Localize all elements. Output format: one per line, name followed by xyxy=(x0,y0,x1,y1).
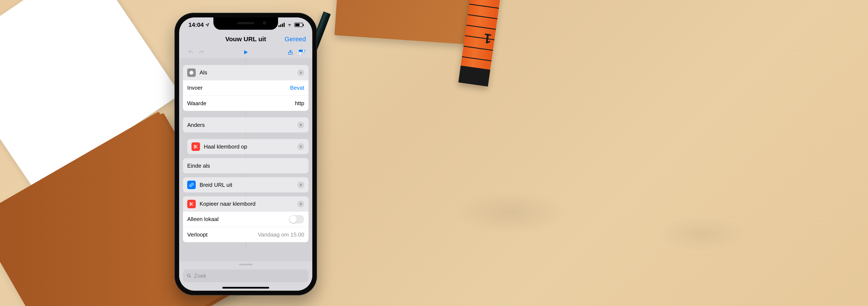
expand-url-title: Breid URL uit xyxy=(199,182,298,188)
settings-toggle-button[interactable] xyxy=(299,49,305,55)
run-button[interactable] xyxy=(243,49,249,55)
link-icon xyxy=(187,181,196,189)
copy-to-clipboard-title: Kopieer naar klembord xyxy=(199,201,298,207)
drag-handle[interactable] xyxy=(179,261,312,268)
expand-url-action-card[interactable]: Breid URL uit xyxy=(183,177,308,193)
status-time: 14:04 xyxy=(188,22,204,28)
svg-point-8 xyxy=(190,202,191,204)
location-icon xyxy=(206,23,209,27)
verloopt-label: Verloopt xyxy=(187,231,258,238)
verloopt-value[interactable]: Vandaag om 15.00 xyxy=(258,231,304,238)
delete-action-button[interactable] xyxy=(298,201,304,207)
get-clipboard-action-card[interactable]: Haal klembord op xyxy=(187,139,308,154)
actions-area[interactable]: Als Invoer Bevat Waarde http Ande xyxy=(179,59,312,261)
wifi-icon xyxy=(287,23,292,27)
waarde-label: Waarde xyxy=(187,100,295,107)
delete-action-button[interactable] xyxy=(298,181,304,188)
share-button[interactable] xyxy=(288,49,293,56)
alleen-lokaal-toggle[interactable] xyxy=(289,215,304,224)
done-button[interactable]: Gereed xyxy=(285,35,306,43)
if-action-title: Als xyxy=(199,69,298,76)
svg-point-7 xyxy=(194,147,195,148)
if-action-card[interactable]: Als Invoer Bevat Waarde http xyxy=(183,65,308,111)
toolbar xyxy=(179,46,312,59)
bottom-panel: Zoek xyxy=(179,261,312,291)
scissors-icon xyxy=(187,200,196,208)
else-action-title: Anders xyxy=(187,122,298,128)
cell-signal-icon xyxy=(278,23,285,27)
delete-action-button[interactable] xyxy=(298,122,304,128)
redo-button[interactable] xyxy=(198,49,205,55)
page-title: Vouw URL uit xyxy=(225,35,266,43)
get-clipboard-title: Haal klembord op xyxy=(204,143,298,150)
waarde-field[interactable]: http xyxy=(295,100,304,107)
svg-point-6 xyxy=(194,145,195,146)
home-indicator[interactable] xyxy=(222,287,269,288)
undo-button[interactable] xyxy=(188,49,194,55)
battery-icon xyxy=(294,23,303,27)
scissors-icon xyxy=(191,142,200,151)
svg-point-9 xyxy=(190,204,191,205)
svg-point-3 xyxy=(303,50,305,52)
phone-notch xyxy=(213,18,278,30)
else-action-card[interactable]: Anders xyxy=(183,117,308,133)
search-icon xyxy=(187,273,191,278)
invoer-label: Invoer xyxy=(187,84,290,91)
endif-action-card[interactable]: Einde als xyxy=(183,158,308,173)
search-placeholder: Zoek xyxy=(194,273,206,279)
phone-screen: 14:04 Vouw URL uit Gereed xyxy=(179,18,312,291)
copy-to-clipboard-action-card[interactable]: Kopieer naar klembord Alleen lokaal Verl… xyxy=(183,196,308,242)
delete-action-button[interactable] xyxy=(298,69,304,76)
phone-frame: 14:04 Vouw URL uit Gereed xyxy=(175,13,317,295)
svg-point-4 xyxy=(299,53,301,55)
nav-bar: Vouw URL uit Gereed xyxy=(179,32,312,46)
svg-point-10 xyxy=(187,274,190,277)
alleen-lokaal-label: Alleen lokaal xyxy=(187,216,289,223)
endif-title: Einde als xyxy=(187,163,304,169)
delete-action-button[interactable] xyxy=(298,143,304,150)
gear-icon xyxy=(187,68,196,77)
search-input[interactable]: Zoek xyxy=(183,269,308,282)
invoer-picker[interactable]: Bevat xyxy=(290,84,304,91)
